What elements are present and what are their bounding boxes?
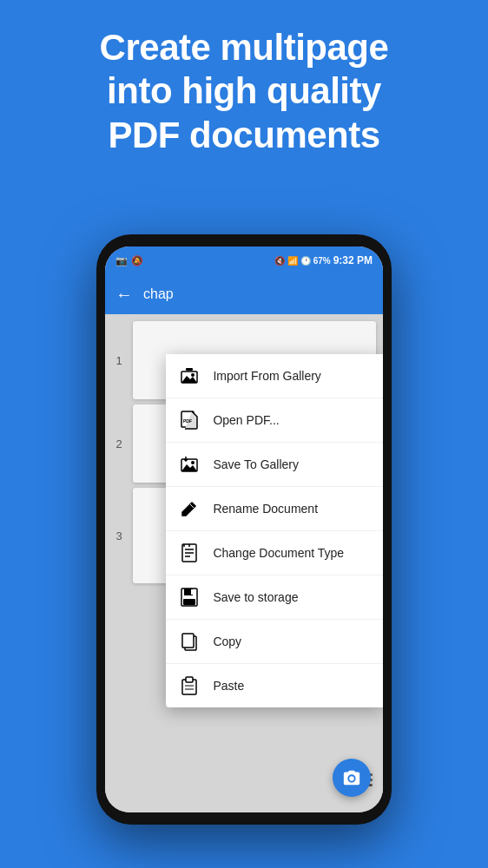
mute-icon: 🔕 [131,255,143,266]
screenshot-icon: 📷 [115,255,128,266]
headline: Create multipage into high quality PDF d… [0,0,488,174]
volume-icon: 🔇 [274,256,285,266]
svg-point-8 [191,461,195,464]
menu-item-copy[interactable]: Copy [166,620,383,664]
svg-point-2 [191,373,195,377]
headline-line3: PDF documents [108,115,379,155]
svg-rect-20 [186,677,193,682]
menu-label-save-gallery: Save To Gallery [213,457,299,471]
svg-point-23 [349,776,354,781]
menu-label-change-doc-type: Change Document Type [213,546,344,560]
page-number: 3 [112,529,126,542]
menu-item-save-storage[interactable]: Save to storage [166,575,383,620]
page-number: 2 [112,437,126,450]
phone-screen: 📷 🔕 🔇 📶 🕐 67% 9:32 PM ← chap [105,247,383,812]
menu-item-save-gallery[interactable]: Save To Gallery [166,443,383,487]
headline-line2: into high quality [107,70,381,111]
phone-shell: 📷 🔕 🔇 📶 🕐 67% 9:32 PM ← chap [96,234,392,825]
svg-marker-1 [181,376,197,383]
copy-icon [180,632,199,651]
wifi-icon: 📶 [287,256,298,266]
svg-rect-16 [183,599,195,605]
context-menu: Import From Gallery PDF Open PDF... [166,354,383,707]
battery-label: 67% [313,256,331,266]
pencil-icon [180,499,199,518]
menu-label-import-gallery: Import From Gallery [213,369,320,383]
menu-label-rename: Rename Document [213,502,318,516]
menu-item-rename[interactable]: Rename Document [166,487,383,531]
svg-marker-7 [181,464,197,471]
camera-fab-button[interactable] [333,759,371,797]
status-time: 9:32 PM [333,254,373,266]
svg-rect-18 [182,634,194,648]
svg-rect-15 [191,589,193,595]
app-toolbar: ← chap [105,274,383,314]
menu-item-open-pdf[interactable]: PDF Open PDF... [166,398,383,443]
menu-item-paste[interactable]: Paste [166,664,383,707]
back-button[interactable]: ← [115,285,133,305]
status-bar: 📷 🔕 🔇 📶 🕐 67% 9:32 PM [105,247,383,274]
paste-icon [180,676,199,695]
menu-label-copy: Copy [213,635,241,648]
menu-item-import-gallery[interactable]: Import From Gallery [166,354,383,398]
menu-item-change-doc-type[interactable]: Change Document Type [166,531,383,575]
status-left-icons: 📷 🔕 [115,255,143,266]
svg-rect-3 [186,368,193,371]
save-storage-icon [180,588,199,607]
status-right-icons: 🔇 📶 🕐 67% 9:32 PM [274,254,373,266]
toolbar-title: chap [143,286,174,302]
page-number: 1 [112,354,126,367]
doc-type-icon [180,543,199,562]
headline-line1: Create multipage [100,27,389,68]
menu-label-open-pdf: Open PDF... [213,413,279,427]
save-gallery-icon [180,455,199,474]
pdf-icon: PDF [180,411,199,430]
menu-label-save-storage: Save to storage [213,590,298,604]
gallery-icon [180,366,199,385]
screen-body: 1 2 3 [105,314,383,812]
menu-label-paste: Paste [213,679,244,693]
clock-icon: 🕐 [300,256,311,266]
phone-mockup: 📷 🔕 🔇 📶 🕐 67% 9:32 PM ← chap [96,234,392,825]
svg-text:PDF: PDF [183,418,192,424]
